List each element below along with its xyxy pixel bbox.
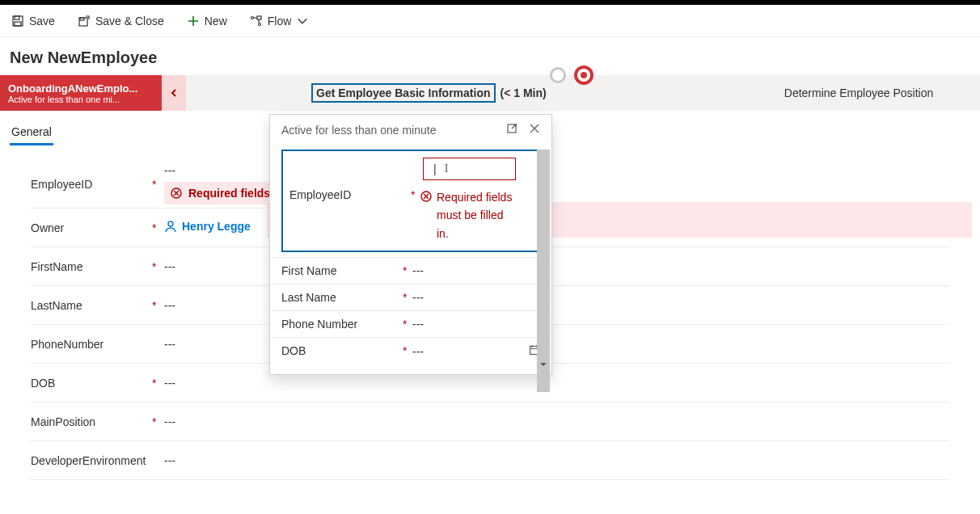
flyout-title: Active for less than one minute [281, 124, 436, 137]
flyout-firstname-label: First Name [281, 264, 403, 277]
tab-general[interactable]: General [10, 120, 53, 145]
flyout-field-phone: Phone Number * --- [270, 310, 551, 337]
chevron-down-icon [296, 15, 309, 27]
owner-name: Henry Legge [182, 220, 251, 233]
dob-value[interactable]: --- [164, 373, 949, 393]
required-asterisk: * [411, 188, 420, 201]
required-asterisk: * [152, 299, 164, 312]
bpf-stage2-label: Determine Employee Position [784, 86, 933, 99]
save-close-icon [78, 15, 91, 27]
popout-icon[interactable] [506, 123, 517, 137]
error-text: Required fields [188, 187, 270, 200]
lastname-label: LastName [31, 299, 152, 312]
flyout-firstname-value[interactable]: --- [412, 264, 540, 277]
field-devenv: DeveloperEnvironment --- [31, 441, 949, 480]
stage-flyout: Active for less than one minute | I Empl… [269, 114, 552, 375]
dob-label: DOB [31, 377, 152, 390]
required-asterisk: * [152, 415, 164, 428]
flyout-body: | I EmployeeID * Required fields must be… [270, 145, 551, 374]
command-bar: Save Save & Close New Flow [0, 5, 980, 37]
flyout-field-dob: DOB * --- [270, 337, 551, 364]
flow-label: Flow [268, 15, 292, 27]
bpf-stage1-duration: (< 1 Min) [501, 86, 547, 99]
flyout-phone-value[interactable]: --- [412, 318, 540, 331]
mainposition-label: MainPosition [31, 415, 152, 428]
required-asterisk: * [403, 344, 412, 357]
svg-point-7 [258, 23, 260, 25]
person-icon [164, 220, 177, 233]
required-asterisk: * [403, 318, 412, 331]
flyout-scrollbar-thumb[interactable] [537, 150, 550, 392]
devenv-label: DeveloperEnvironment [31, 454, 152, 467]
flyout-lastname-value[interactable]: --- [412, 291, 540, 304]
flyout-dob-value[interactable]: --- [412, 344, 540, 358]
flow-button[interactable]: Flow [250, 15, 310, 27]
flyout-highlighted-field: | I EmployeeID * Required fields must be… [281, 150, 540, 252]
svg-point-5 [251, 16, 253, 19]
mainposition-value[interactable]: --- [164, 412, 949, 432]
employee-id-label: EmployeeID [31, 178, 152, 191]
required-asterisk: * [152, 377, 164, 390]
save-button[interactable]: Save [11, 15, 55, 27]
bpf-back-chevron[interactable] [162, 75, 186, 111]
flow-icon [250, 15, 263, 27]
close-icon[interactable] [529, 123, 540, 137]
flyout-error-text: Required fields must be filled in. [437, 188, 517, 242]
flyout-phone-label: Phone Number [281, 318, 403, 331]
flyout-field-lastname: Last Name * --- [270, 284, 551, 310]
bpf-stage-onboarding[interactable]: OnboardingANewEmplo... Active for less t… [0, 75, 162, 111]
flyout-field-employee-id: EmployeeID * Required fields must be fil… [289, 188, 532, 242]
text-cursor: | [433, 162, 437, 175]
flyout-dob-placeholder: --- [412, 345, 424, 358]
flyout-dob-label: DOB [281, 344, 403, 357]
bpf-stage-determine-position[interactable]: Determine Employee Position [737, 75, 980, 111]
page-title: New NewEmployee [0, 37, 980, 75]
bpf-stage1-label: Get Employee Basic Information [311, 83, 496, 103]
flyout-employee-id-input[interactable]: | I [423, 158, 516, 180]
chevron-left-icon [169, 88, 179, 98]
flyout-header: Active for less than one minute [270, 115, 551, 145]
field-mainposition: MainPosition * --- [31, 402, 949, 441]
required-asterisk: * [403, 264, 412, 277]
required-asterisk: * [152, 221, 164, 234]
svg-rect-6 [257, 16, 261, 19]
firstname-label: FirstName [31, 260, 152, 273]
error-icon [171, 187, 182, 199]
svg-point-9 [168, 221, 173, 226]
flyout-employee-id-error: Required fields must be filled in. [420, 188, 517, 242]
business-process-flow: OnboardingANewEmplo... Active for less t… [0, 75, 980, 111]
owner-label: Owner [31, 221, 152, 234]
bpf-stage-get-info[interactable]: Get Employee Basic Information (< 1 Min) [311, 83, 547, 103]
bpf-active-stage-circle[interactable] [574, 65, 593, 85]
bpf-stage0-title: OnboardingANewEmplo... [8, 82, 154, 95]
new-button[interactable]: New [187, 15, 227, 27]
error-icon [420, 191, 432, 202]
save-close-button[interactable]: Save & Close [78, 15, 164, 27]
flyout-lastname-label: Last Name [281, 291, 403, 304]
flyout-field-firstname: First Name * --- [270, 257, 551, 284]
required-asterisk: * [403, 291, 412, 304]
devenv-value[interactable]: --- [164, 451, 949, 470]
required-asterisk: * [152, 178, 164, 191]
save-close-label: Save & Close [95, 15, 164, 27]
svg-rect-2 [15, 22, 21, 26]
phone-label: PhoneNumber [31, 338, 152, 351]
save-label: Save [29, 15, 55, 27]
employee-id-error: Required fields [164, 182, 277, 204]
plus-icon [187, 15, 200, 27]
required-asterisk: * [152, 260, 164, 273]
save-icon [11, 15, 24, 27]
flyout-employee-id-label: EmployeeID [289, 188, 411, 201]
svg-rect-1 [15, 16, 19, 19]
flyout-scroll-down[interactable] [537, 358, 550, 371]
svg-rect-4 [80, 18, 84, 20]
bpf-stage0-subtitle: Active for less than one mi... [8, 95, 154, 104]
new-label: New [205, 15, 227, 27]
bpf-middle: Get Employee Basic Information (< 1 Min) [186, 75, 737, 111]
bpf-next-stage-circle[interactable] [550, 67, 566, 83]
